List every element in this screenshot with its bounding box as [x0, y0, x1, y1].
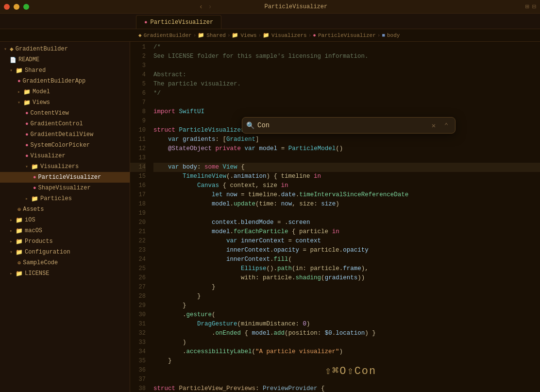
sidebar-item-shapevisualizer[interactable]: ● ShapeVisualizer — [0, 183, 130, 193]
sidebar-item-gradientbuilderapp[interactable]: ● GradientBuilderApp — [0, 76, 130, 86]
inspector-button[interactable]: ⊞ — [525, 2, 529, 11]
nav-buttons: ‹ › — [197, 3, 214, 11]
project-icon-sidebar: ◆ — [10, 45, 14, 53]
code-line-26: with: particle.shading(gradients)) — [153, 273, 540, 283]
search-overlay: 🔍 ✕ ⌃ — [242, 117, 456, 134]
swift-icon-bc: ● — [313, 33, 316, 38]
code-line-23: innerContext.opacity = particle.opacity — [153, 246, 540, 255]
search-input[interactable] — [257, 121, 426, 129]
maximize-button[interactable] — [23, 4, 29, 10]
sidebar-item-products[interactable]: ▸ 📁 Products — [0, 236, 130, 247]
split-button[interactable]: ⊟ — [532, 2, 536, 11]
breadcrumb-views-label: Views — [240, 33, 256, 38]
folder-icon-model: 📁 — [23, 88, 31, 96]
sidebar-label-assets: Assets — [23, 206, 44, 213]
sidebar-label-shared: Shared — [25, 67, 46, 74]
ln-36: 36 — [130, 366, 146, 375]
breadcrumb-views[interactable]: 📁 Views — [232, 32, 256, 38]
code-line-18: model.update(time: now, size: size) — [153, 200, 540, 209]
sidebar-item-ios[interactable]: ▸ 📁 iOS — [0, 215, 130, 225]
collapsed-icon-license: ▸ — [10, 271, 13, 276]
breadcrumb-sep-2: › — [227, 33, 231, 38]
folder-icon-macos: 📁 — [16, 227, 23, 235]
sidebar-item-systemcolorpicker[interactable]: ● SystemColorPicker — [0, 140, 130, 151]
code-line-17: let now = timeline.date.timeIntervalSinc… — [153, 190, 540, 200]
tab-label: ParticleVisualizer — [151, 19, 214, 26]
swift-icon-pv: ● — [33, 174, 36, 180]
breadcrumb-shared[interactable]: 📁 Shared — [198, 32, 226, 38]
collapsed-icon-products: ▸ — [10, 239, 13, 244]
sidebar-item-macos[interactable]: ▸ 📁 macOS — [0, 225, 130, 236]
ln-14: 14 — [130, 163, 146, 172]
code-line-12: @StateObject private var model = Particl… — [153, 144, 540, 153]
breadcrumb-particle-visualizer[interactable]: ● ParticleVisualizer — [313, 33, 375, 38]
sidebar-item-readme[interactable]: 📄 README — [0, 54, 130, 65]
collapsed-icon-particles: ▸ — [25, 196, 28, 202]
code-line-35: } — [153, 357, 540, 366]
close-button[interactable] — [4, 4, 10, 10]
folder-icon-products: 📁 — [16, 238, 23, 245]
sidebar-item-contentview[interactable]: ● ContentView — [0, 108, 130, 119]
nav-forward-button[interactable]: › — [206, 3, 214, 11]
ln-2: 2 — [130, 52, 146, 61]
sidebar-item-particlevisualizer[interactable]: ● ParticleVisualizer — [0, 172, 130, 183]
expand-icon: ▾ — [4, 46, 7, 52]
breadcrumb-project[interactable]: ◆ GradientBuilder — [138, 32, 192, 38]
property-icon: ■ — [382, 33, 385, 38]
sidebar-label-macos: macOS — [25, 227, 42, 234]
breadcrumb-visualizers[interactable]: 📁 Visualizers — [263, 32, 307, 38]
sidebar-item-gradientcontrol[interactable]: ● GradientControl — [0, 119, 130, 129]
sidebar-label-visualizer: Visualizer — [31, 153, 66, 159]
code-line-1: /* — [153, 43, 540, 52]
ln-27: 27 — [130, 283, 146, 292]
sidebar-item-gradientdetailview[interactable]: ● GradientDetailView — [0, 129, 130, 140]
collapsed-icon-model: ▸ — [17, 89, 20, 95]
ln-30: 30 — [130, 310, 146, 320]
code-line-14: var body: some View { — [153, 163, 540, 172]
editor[interactable]: 1 2 3 4 5 6 7 8 9 10 11 12 13 14 15 16 1… — [130, 42, 540, 392]
folder-icon-config: 📁 — [16, 249, 23, 256]
sidebar-label-systemcolorpicker: SystemColorPicker — [31, 142, 90, 149]
code-line-27: } — [153, 283, 540, 292]
breadcrumb-body[interactable]: ■ body — [382, 33, 400, 38]
minimize-button[interactable] — [14, 4, 19, 10]
search-clear-button[interactable]: ✕ — [429, 120, 439, 130]
code-line-31: DragGesture(minimumDistance: 0) — [153, 320, 540, 329]
folder-icon-license: 📁 — [16, 270, 23, 277]
ln-34: 34 — [130, 347, 146, 357]
ln-18: 18 — [130, 200, 146, 209]
nav-back-button[interactable]: ‹ — [197, 3, 205, 11]
sidebar-item-assets[interactable]: ⊕ Assets — [0, 204, 130, 215]
search-next-button[interactable]: ⌃ — [441, 120, 451, 130]
sidebar-label-contentview: ContentView — [31, 110, 69, 117]
ln-3: 3 — [130, 61, 146, 70]
ln-31: 31 — [130, 320, 146, 329]
sidebar-label-samplecode: SampleCode — [23, 259, 58, 266]
sidebar-item-samplecode[interactable]: ⊕ SampleCode — [0, 257, 130, 268]
sidebar-item-configuration[interactable]: ▾ 📁 Configuration — [0, 247, 130, 257]
main-area: ▾ ◆ GradientBuilder 📄 README ▾ 📁 Shared … — [0, 42, 540, 392]
sidebar-item-visualizers-folder[interactable]: ▾ 📁 Visualizers — [0, 161, 130, 172]
ln-20: 20 — [130, 218, 146, 227]
folder-icon-particles: 📁 — [31, 195, 38, 203]
expand-icon-visualizers: ▾ — [25, 164, 28, 170]
ln-7: 7 — [130, 98, 146, 107]
ln-19: 19 — [130, 209, 146, 218]
ln-25: 25 — [130, 264, 146, 273]
code-line-15: TimelineView(.animation) { timeline in — [153, 172, 540, 181]
ln-4: 4 — [130, 70, 146, 80]
sidebar-item-shared[interactable]: ▾ 📁 Shared — [0, 65, 130, 76]
sidebar-item-visualizer[interactable]: ● Visualizer — [0, 151, 130, 161]
particle-visualizer-tab[interactable]: ● ParticleVisualizer — [136, 15, 221, 29]
sidebar-item-license[interactable]: ▸ 📁 LICENSE — [0, 268, 130, 279]
code-line-33: ) — [153, 338, 540, 347]
sidebar-label-shapevisualizer: ShapeVisualizer — [38, 185, 91, 191]
sidebar-item-views[interactable]: ▾ 📁 Views — [0, 97, 130, 108]
sidebar-item-particles[interactable]: ▸ 📁 Particles — [0, 193, 130, 204]
code-line-24: innerContext.fill( — [153, 255, 540, 264]
sidebar-item-model[interactable]: ▸ 📁 Model — [0, 86, 130, 97]
collapsed-icon-ios: ▸ — [10, 217, 13, 223]
sidebar-item-gradientbuilder[interactable]: ▾ ◆ GradientBuilder — [0, 44, 130, 54]
ln-28: 28 — [130, 292, 146, 301]
ln-10: 10 — [130, 126, 146, 135]
